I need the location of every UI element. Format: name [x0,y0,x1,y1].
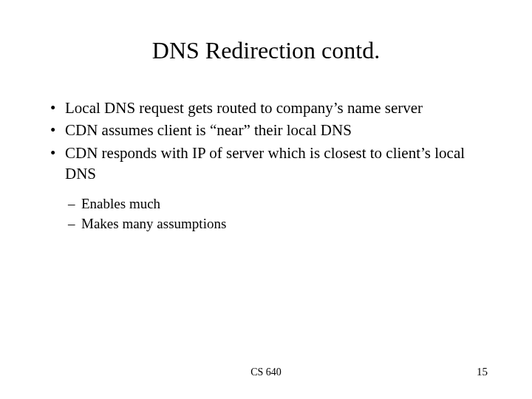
footer-course-label: CS 640 [118,366,414,378]
slide-footer: CS 640 15 [0,366,532,378]
bullet-item: CDN responds with IP of server which is … [44,143,488,185]
bullet-item: CDN assumes client is “near” their local… [44,120,488,140]
slide: DNS Redirection contd. Local DNS request… [0,0,532,399]
subbullet-item: Enables much [65,194,488,214]
slide-title: DNS Redirection contd. [44,37,488,64]
subbullet-item: Makes many assumptions [65,214,488,234]
bullet-list-level2: Enables much Makes many assumptions [65,194,488,233]
bullet-list-level1: Local DNS request gets routed to company… [44,98,488,184]
bullet-item: Local DNS request gets routed to company… [44,98,488,118]
footer-page-number: 15 [414,366,488,378]
